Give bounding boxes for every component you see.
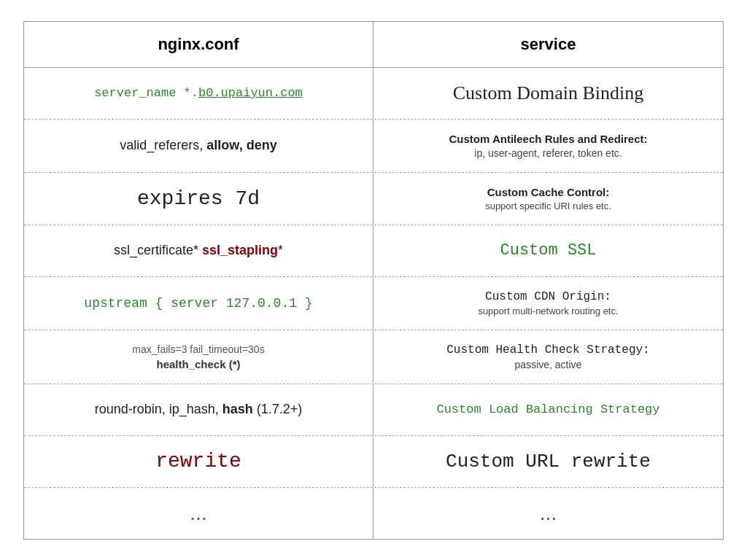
cell-upstream-right: Custom CDN Origin: support multi-network… [374,277,723,330]
round-robin-text: round-robin, ip_hash, hash (1.7.2+) [95,402,303,417]
server-name-link[interactable]: b0.upaiyun.com [198,86,303,100]
health-strategy-title: Custom Health Check Strategy: [446,343,649,357]
ellipsis-left: ... [190,502,206,525]
row-expires: expires 7d Custom Cache Control: support… [24,173,723,225]
ellipsis-right: ... [540,502,557,525]
comparison-table: nginx.conf service server_name *.b0.upai… [23,21,724,540]
server-name-code: server_name *.b0.upaiyun.com [94,86,303,100]
cache-title: Custom Cache Control: [487,186,610,198]
upstream-code: upstream { server 127.0.0.1 } [84,296,312,311]
cell-round-robin-left: round-robin, ip_hash, hash (1.7.2+) [24,384,374,435]
url-rewrite-label: Custom URL rewrite [446,451,651,472]
rewrite-code: rewrite [155,450,241,472]
row-round-robin: round-robin, ip_hash, hash (1.7.2+) Cust… [24,384,723,436]
ssl-stapling-bold: ssl_stapling [202,243,278,257]
cell-health-left: max_fails=3 fail_timeout=30s health_chec… [24,330,374,384]
cell-ellipsis-right: ... [374,488,723,539]
cdn-sub: support multi-network routing etc. [478,306,618,316]
cell-ssl-right: Custom SSL [374,225,723,276]
row-ellipsis: ... ... [24,488,723,539]
cell-expires-right: Custom Cache Control: support specific U… [374,173,723,225]
row-ssl: ssl_certificate* ssl_stapling* Custom SS… [24,225,723,277]
valid-referers-text: valid_referers, allow, deny [120,138,276,153]
row-health: max_fails=3 fail_timeout=30s health_chec… [24,330,723,384]
cell-server-name-left: server_name *.b0.upaiyun.com [24,68,374,119]
table-header: nginx.conf service [24,22,723,68]
header-nginx-label: nginx.conf [158,35,239,53]
custom-ssl-label: Custom SSL [500,241,596,260]
antileech-sub: ip, user-agent, referer, token etc. [474,147,622,159]
row-upstream: upstream { server 127.0.0.1 } Custom CDN… [24,277,723,330]
header-nginx: nginx.conf [24,22,374,67]
cell-valid-referers-left: valid_referers, allow, deny [24,120,374,172]
cell-rewrite-left: rewrite [24,436,374,487]
health-main-text: max_fails=3 fail_timeout=30s [132,343,264,355]
cell-round-robin-right: Custom Load Balancing Strategy [374,384,723,435]
row-server-name: server_name *.b0.upaiyun.com Custom Doma… [24,68,723,120]
cell-expires-left: expires 7d [24,173,374,225]
cdn-title: Custom CDN Origin: [485,290,611,303]
header-service-label: service [521,35,576,53]
custom-domain-binding-label: Custom Domain Binding [453,82,643,104]
cache-sub: support specific URI rules etc. [485,201,611,211]
row-rewrite: rewrite Custom URL rewrite [24,436,723,488]
expires-code: expires 7d [137,187,260,210]
antileech-title: Custom Antileech Rules and Redirect: [449,133,648,145]
cell-upstream-left: upstream { server 127.0.0.1 } [24,277,374,330]
health-strategy-sub: passive, active [515,359,582,370]
cell-health-right: Custom Health Check Strategy: passive, a… [374,330,723,384]
cell-ssl-left: ssl_certificate* ssl_stapling* [24,225,374,276]
cell-rewrite-right: Custom URL rewrite [374,436,723,487]
cell-valid-referers-right: Custom Antileech Rules and Redirect: ip,… [374,120,723,172]
row-valid-referers: valid_referers, allow, deny Custom Antil… [24,120,723,173]
health-bold-text: health_check (*) [156,358,240,370]
header-service: service [374,22,723,67]
load-balance-label: Custom Load Balancing Strategy [436,402,659,416]
cell-server-name-right: Custom Domain Binding [374,68,723,119]
ssl-text: ssl_certificate* ssl_stapling* [114,243,283,258]
cell-ellipsis-left: ... [24,488,374,539]
